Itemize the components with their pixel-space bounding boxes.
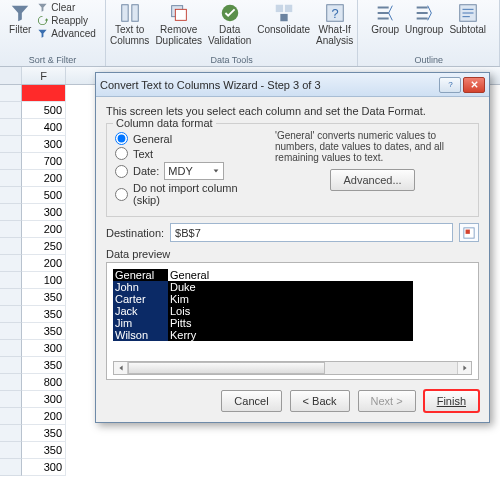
data-preview: GeneralGeneralJohnDukeCarterKimJackLoisJ…	[106, 262, 479, 380]
destination-label: Destination:	[106, 227, 164, 239]
advanced-button[interactable]: Advanced	[37, 28, 95, 39]
remove-duplicates-button[interactable]: Remove Duplicates	[155, 2, 202, 46]
group-label-datatools: Data Tools	[210, 55, 252, 66]
fieldset-legend: Column data format	[113, 117, 216, 129]
table-row[interactable]: 350	[0, 442, 500, 459]
group-button[interactable]: Group	[371, 2, 399, 36]
svg-rect-5	[275, 5, 282, 12]
range-picker-button[interactable]	[459, 223, 479, 242]
format-hint: 'General' converts numeric values to num…	[275, 130, 470, 163]
scroll-thumb[interactable]	[128, 362, 325, 374]
svg-rect-0	[121, 5, 127, 22]
radio-skip[interactable]: Do not import column (skip)	[115, 182, 265, 206]
destination-input[interactable]: $B$7	[170, 223, 453, 242]
filter-label: Filter	[9, 25, 31, 36]
text-to-columns-button[interactable]: Text to Columns	[110, 2, 149, 46]
column-format-group: Column data format General Text Date: MD…	[106, 123, 479, 217]
col-header-F: F	[22, 67, 66, 84]
cancel-button[interactable]: Cancel	[221, 390, 281, 412]
next-button: Next >	[358, 390, 416, 412]
reapply-button[interactable]: Reapply	[37, 15, 95, 26]
dialog-titlebar[interactable]: Convert Text to Columns Wizard - Step 3 …	[96, 73, 489, 97]
date-format-combo[interactable]: MDY	[164, 162, 224, 180]
svg-text:?: ?	[448, 80, 453, 89]
clear-button[interactable]: Clear	[37, 2, 95, 13]
close-button[interactable]	[463, 77, 485, 93]
dialog-title: Convert Text to Columns Wizard - Step 3 …	[100, 79, 437, 91]
radio-general[interactable]: General	[115, 132, 265, 145]
back-button[interactable]: < Back	[290, 390, 350, 412]
whatif-button[interactable]: ?What-If Analysis	[316, 2, 353, 46]
preview-label: Data preview	[106, 248, 479, 260]
dialog-intro: This screen lets you select each column …	[106, 105, 479, 117]
filter-extra: Clear Reapply Advanced	[37, 2, 95, 39]
finish-button[interactable]: Finish	[424, 390, 479, 412]
svg-rect-13	[466, 229, 470, 233]
svg-text:?: ?	[331, 6, 338, 21]
svg-rect-3	[175, 9, 186, 20]
svg-rect-7	[280, 14, 287, 21]
filter-button[interactable]: Filter	[9, 2, 31, 36]
ungroup-button[interactable]: Ungroup	[405, 2, 443, 36]
ribbon: Filter Clear Reapply Advanced Sort & Fil…	[0, 0, 500, 67]
group-label-sortfilter: Sort & Filter	[29, 55, 77, 66]
radio-date[interactable]: Date: MDY	[115, 162, 265, 180]
table-row[interactable]: 350	[0, 425, 500, 442]
group-label-outline: Outline	[414, 55, 443, 66]
subtotal-button[interactable]: Subtotal	[449, 2, 486, 36]
advanced-button[interactable]: Advanced...	[330, 169, 414, 191]
svg-rect-1	[131, 5, 137, 22]
table-row[interactable]: 300	[0, 459, 500, 476]
help-button[interactable]: ?	[439, 77, 461, 93]
consolidate-button[interactable]: Consolidate	[257, 2, 310, 36]
svg-rect-6	[285, 5, 292, 12]
data-validation-button[interactable]: Data Validation	[208, 2, 251, 46]
preview-scrollbar[interactable]	[113, 361, 472, 375]
radio-text[interactable]: Text	[115, 147, 265, 160]
text-to-columns-dialog: Convert Text to Columns Wizard - Step 3 …	[95, 72, 490, 423]
